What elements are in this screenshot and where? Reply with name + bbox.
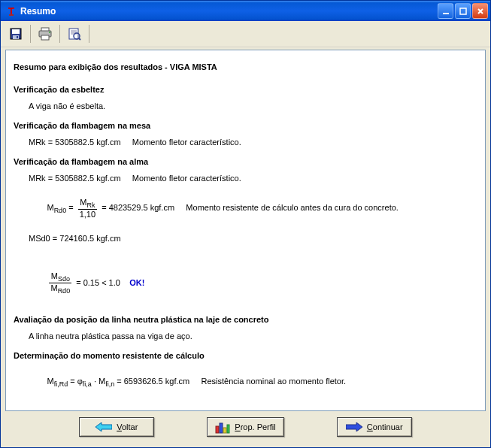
profile-button[interactable]: Prop. Perfil xyxy=(207,417,283,437)
svg-rect-11 xyxy=(41,35,49,40)
print-icon xyxy=(38,27,53,41)
window-title: Resumo xyxy=(20,6,438,17)
toolbar-separator xyxy=(30,25,31,43)
preview-button[interactable] xyxy=(64,23,85,44)
continue-button[interactable]: Continuar xyxy=(337,417,412,437)
svg-rect-2 xyxy=(9,14,14,16)
print-button[interactable] xyxy=(35,23,56,44)
svg-line-18 xyxy=(79,38,80,40)
content-container: Resumo para exibição dos resultados - VI… xyxy=(1,47,490,411)
arrow-left-icon xyxy=(95,422,112,431)
svg-rect-22 xyxy=(223,428,226,433)
svg-rect-4 xyxy=(460,8,466,14)
section-heading: Verificação da flambagem na alma xyxy=(14,157,477,166)
button-label: Continuar xyxy=(367,422,403,431)
report-line: MSd0 = 724160.5 kgf.cm xyxy=(29,234,477,243)
svg-rect-6 xyxy=(12,29,20,34)
save-button[interactable] xyxy=(5,23,26,44)
svg-rect-21 xyxy=(220,423,223,433)
section-heading: Avaliação da posição da linha neutra plá… xyxy=(14,315,477,324)
section-heading: Determinação do momento resistente de cá… xyxy=(14,351,477,360)
save-icon xyxy=(9,27,23,41)
svg-rect-23 xyxy=(227,425,229,433)
svg-point-12 xyxy=(49,32,50,33)
toolbar-separator xyxy=(59,25,60,43)
arrow-right-icon xyxy=(346,422,362,431)
button-label: Prop. Perfil xyxy=(235,422,275,431)
report-content[interactable]: Resumo para exibição dos resultados - VI… xyxy=(5,50,486,411)
window-controls xyxy=(438,3,488,19)
app-icon xyxy=(5,5,17,17)
chart-icon xyxy=(215,420,230,434)
button-label: Voltar xyxy=(117,422,138,431)
bottom-toolbar: Voltar Prop. Perfil Continuar xyxy=(1,411,490,447)
report-line: MRk = 5305882.5 kgf.cm Momento fletor ca… xyxy=(29,138,477,147)
app-window: Resumo xyxy=(0,0,491,448)
minimize-button[interactable] xyxy=(438,3,453,19)
report-line: Mfi,Rd = φfi,a · Mfi,n = 6593626.5 kgf.c… xyxy=(29,368,477,397)
titlebar: Resumo xyxy=(1,1,490,21)
svg-rect-3 xyxy=(443,13,449,14)
back-button[interactable]: Voltar xyxy=(79,417,154,437)
svg-marker-19 xyxy=(95,422,112,431)
preview-icon xyxy=(68,27,81,41)
close-button[interactable] xyxy=(472,3,488,19)
toolbar xyxy=(1,21,490,47)
svg-rect-20 xyxy=(216,426,219,433)
report-line: A viga não é esbelta. xyxy=(29,101,477,110)
toolbar-separator xyxy=(89,25,89,43)
svg-marker-24 xyxy=(346,422,362,431)
report-line: MRd0 = MRk1,10 = 4823529.5 kgf.cm Moment… xyxy=(29,189,477,228)
report-line: MRk = 5305882.5 kgf.cm Momento fletor ca… xyxy=(29,174,477,183)
svg-rect-1 xyxy=(11,8,12,15)
maximize-button[interactable] xyxy=(455,3,471,19)
section-heading: Verificação da esbeltez xyxy=(14,85,477,94)
section-heading: Verificação da flambagem na mesa xyxy=(14,121,477,130)
report-title: Resumo para exibição dos resultados - VI… xyxy=(14,62,477,71)
report-line: A linha neutra plástica passa na viga de… xyxy=(29,331,477,341)
svg-rect-8 xyxy=(17,36,18,38)
report-line: MSdoMRd0 = 0.15 < 1.0 OK! xyxy=(29,262,477,304)
